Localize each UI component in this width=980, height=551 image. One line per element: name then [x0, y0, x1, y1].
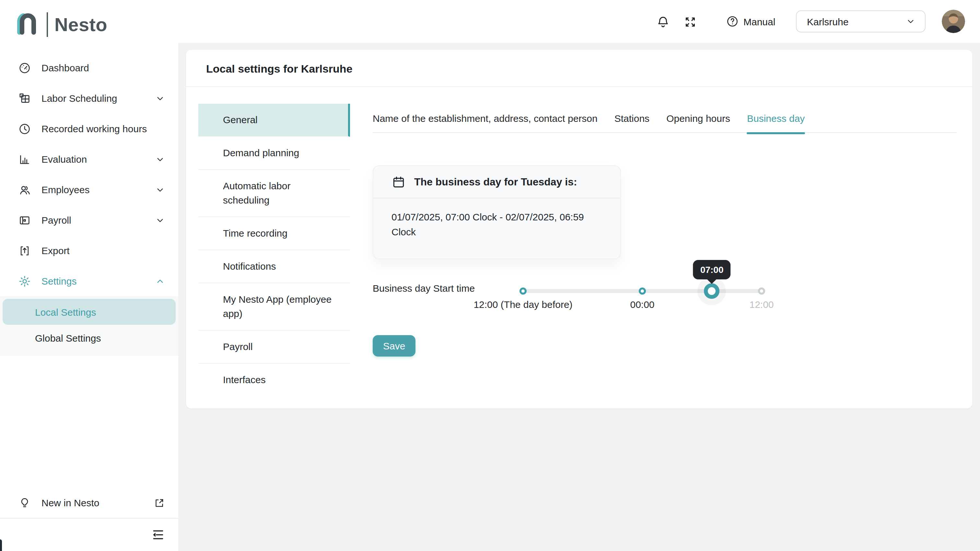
nav-item-label: My Nesto App (employee app): [223, 294, 331, 319]
sidebar-item-export[interactable]: Export: [0, 235, 178, 266]
external-link-icon: [154, 497, 165, 508]
slider-label: Business day Start time: [373, 282, 475, 295]
sidebar-footer: New in Nesto: [0, 487, 178, 551]
chevron-down-icon: [155, 185, 165, 195]
new-in-nesto-link[interactable]: New in Nesto: [0, 487, 178, 518]
nav-item-payroll[interactable]: Payroll: [198, 331, 350, 364]
calendar-icon: [391, 175, 406, 189]
submenu-item-label: Local Settings: [35, 306, 96, 317]
users-icon: [18, 183, 31, 196]
nesto-logo-mark: [14, 10, 40, 39]
fullscreen-icon[interactable]: [683, 15, 697, 29]
tab-row: Name of the establishment, address, cont…: [373, 112, 957, 133]
info-card-value: 01/07/2025, 07:00 Clock - 02/07/2025, 06…: [373, 198, 620, 250]
page-title: Local settings for Karlsruhe: [206, 63, 952, 76]
tab-label: Stations: [614, 113, 649, 124]
slider-handle[interactable]: [704, 283, 720, 299]
sidebar-item-recorded-working-hours[interactable]: Recorded working hours: [0, 113, 178, 144]
manual-label: Manual: [743, 16, 775, 27]
local-settings-card: Local settings for Karlsruhe General Dem…: [186, 50, 972, 408]
logo-separator: [47, 12, 48, 37]
slider-tick-dot-start: [520, 288, 527, 295]
app-window: Manual Karlsruhe: [0, 0, 980, 551]
slider-tick-label-noon: 12:00: [749, 299, 773, 310]
chevron-down-icon: [155, 215, 165, 225]
sidebar: Nesto Dashboard: [0, 0, 178, 551]
nav-item-my-nesto-app[interactable]: My Nesto App (employee app): [198, 283, 350, 331]
location-selector[interactable]: Karlsruhe: [796, 10, 926, 32]
logo-wordmark: Nesto: [54, 14, 107, 35]
avatar[interactable]: [942, 10, 965, 33]
clock-icon: [18, 122, 31, 135]
nav-item-label: Notifications: [223, 261, 276, 272]
collapse-row: [0, 519, 178, 551]
sidebar-item-employees[interactable]: Employees: [0, 174, 178, 205]
sidebar-item-payroll[interactable]: Payroll: [0, 205, 178, 235]
sidebar-item-local-settings[interactable]: Local Settings: [3, 299, 176, 325]
wallet-icon: [18, 213, 31, 226]
chevron-down-icon: [905, 16, 916, 27]
sidebar-item-settings[interactable]: Settings: [0, 266, 178, 296]
sidebar-item-label: Employees: [41, 184, 145, 195]
sidebar-item-dashboard[interactable]: Dashboard: [0, 53, 178, 83]
slider-tick-label-midnight: 00:00: [630, 299, 654, 310]
slider-tick-label-day-before: 12:00 (The day before): [474, 299, 572, 310]
sidebar-item-label: Payroll: [41, 215, 145, 226]
bottom-left-widget-sliver: [0, 539, 2, 551]
tab-business-day[interactable]: Business day: [747, 112, 805, 125]
nav-item-label: Payroll: [223, 341, 253, 352]
nav-item-notifications[interactable]: Notifications: [198, 250, 350, 283]
sidebar-item-evaluation[interactable]: Evaluation: [0, 144, 178, 174]
location-selected-value: Karlsruhe: [807, 16, 848, 27]
settings-section-nav: General Demand planning Automatic labor …: [198, 104, 350, 396]
submenu-item-label: Global Settings: [35, 332, 101, 343]
slider-tick-dot-midnight: [639, 288, 646, 295]
sidebar-item-label: Settings: [41, 276, 145, 287]
tab-label: Business day: [747, 113, 805, 124]
manual-link[interactable]: Manual: [726, 15, 775, 28]
settings-submenu: Local Settings Global Settings: [0, 296, 178, 356]
sidebar-item-label: Recorded working hours: [41, 123, 165, 134]
nav-item-interfaces[interactable]: Interfaces: [198, 364, 350, 396]
bar-chart-icon: [18, 153, 31, 166]
nav-item-label: Demand planning: [223, 147, 299, 158]
gauge-icon: [18, 61, 31, 74]
sidebar-item-label: Export: [41, 245, 165, 256]
tab-stations[interactable]: Stations: [614, 112, 649, 125]
gear-icon: [18, 274, 31, 288]
main-area: Local settings for Karlsruhe General Dem…: [178, 43, 980, 551]
slider-tick-dot-end: [758, 288, 765, 295]
sidebar-item-labor-scheduling[interactable]: Labor Scheduling: [0, 83, 178, 113]
nesto-logo[interactable]: Nesto: [14, 10, 107, 39]
tab-opening-hours[interactable]: Opening hours: [666, 112, 730, 125]
nav-item-label: Time recording: [223, 228, 288, 239]
tab-label: Opening hours: [666, 113, 730, 124]
sidebar-item-global-settings[interactable]: Global Settings: [3, 325, 176, 351]
nav-item-demand-planning[interactable]: Demand planning: [198, 137, 350, 170]
nav-item-automatic-labor-scheduling[interactable]: Automatic labor scheduling: [198, 170, 350, 217]
bell-icon[interactable]: [656, 15, 670, 29]
info-card-header: The business day for Tuesday is:: [373, 166, 620, 198]
help-circle-icon: [726, 15, 739, 28]
tab-label: Name of the establishment, address, cont…: [373, 113, 598, 124]
nav-item-time-recording[interactable]: Time recording: [198, 217, 350, 250]
nav-item-label: Interfaces: [223, 374, 266, 385]
nav-item-label: General: [223, 114, 258, 125]
tab-establishment-info[interactable]: Name of the establishment, address, cont…: [373, 112, 598, 125]
lightbulb-icon: [18, 496, 31, 509]
sidebar-item-label: Labor Scheduling: [41, 93, 145, 104]
business-day-info-card: The business day for Tuesday is: 01/07/2…: [373, 165, 621, 259]
export-icon: [18, 244, 31, 257]
nav-item-label: Automatic labor scheduling: [223, 180, 290, 205]
sidebar-nav: Dashboard Labor Scheduling: [0, 53, 178, 356]
business-day-start-slider[interactable]: 07:00: [523, 289, 762, 293]
sidebar-item-label: Dashboard: [41, 62, 165, 73]
sidebar-item-label: Evaluation: [41, 154, 145, 165]
nav-item-general[interactable]: General: [198, 104, 350, 137]
chevron-up-icon: [155, 276, 165, 286]
collapse-sidebar-icon[interactable]: [151, 528, 165, 542]
save-button[interactable]: Save: [373, 335, 415, 357]
slider-value-tooltip: 07:00: [693, 260, 731, 279]
info-card-title: The business day for Tuesday is:: [414, 176, 577, 188]
schedule-grid-icon: [18, 92, 31, 105]
